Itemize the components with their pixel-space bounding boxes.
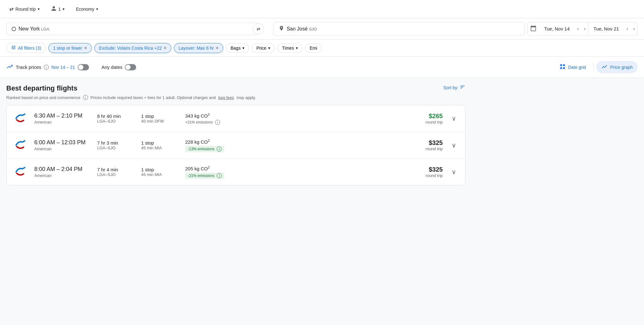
- depart-date-field[interactable]: Tue, Nov 14: [539, 23, 575, 35]
- flight-stops: 1 stop 40 min DFW: [141, 113, 179, 124]
- emissions-badge: -13% emissions i: [185, 146, 224, 152]
- airline-name: American: [34, 120, 91, 124]
- price-graph-button[interactable]: Price graph: [596, 61, 638, 73]
- emissions-info-icon[interactable]: i: [217, 173, 222, 178]
- date-grid-button[interactable]: Date grid: [554, 61, 591, 73]
- depart-prev-button[interactable]: ‹: [575, 24, 581, 34]
- flight-times: 6:30 AM – 2:10 PM American: [34, 113, 91, 124]
- emissions-badge: +31% emissions i: [185, 120, 242, 125]
- emi-filter-label: Emi: [310, 46, 317, 51]
- date-grid-label: Date grid: [568, 65, 586, 70]
- track-left: Track prices i Nov 14 – 21 Any dates: [6, 63, 548, 71]
- layover-filter-label: Layover: Max 6 hr: [179, 46, 214, 51]
- flight-price: $265 round trip: [425, 113, 443, 124]
- track-date-range: Nov 14 – 21: [51, 65, 75, 70]
- route-text: LGA–SJO: [97, 119, 135, 124]
- co2-text: 205 kg CO2: [185, 165, 242, 171]
- airline-logo: [13, 164, 28, 179]
- airline-name: American: [34, 173, 91, 178]
- depart-date-text: Tue, Nov 14: [544, 26, 569, 31]
- filters-bar: All filters (3) 1 stop or fewer × Exclud…: [0, 40, 644, 57]
- times-filter-label: Times: [282, 46, 294, 51]
- class-chevron-icon: ▾: [96, 7, 98, 11]
- times-chevron-icon: ▾: [296, 46, 298, 50]
- layover-filter-chip[interactable]: Layover: Max 6 hr ×: [174, 43, 223, 53]
- person-icon: [51, 6, 57, 12]
- route-text: LGA–SJO: [97, 146, 135, 150]
- stop-filter-label: 1 stop or fewer: [53, 46, 82, 51]
- trip-text: round trip: [425, 173, 443, 178]
- exclude-filter-label: Exclude: Volaris Costa Rica +22: [99, 46, 162, 51]
- roundtrip-button[interactable]: ⇄ Round trip ▾: [6, 4, 43, 14]
- return-prev-button[interactable]: ‹: [624, 24, 630, 34]
- emissions-badge: -21% emissions i: [185, 173, 224, 179]
- class-label: Economy: [76, 7, 94, 12]
- emissions-info-icon[interactable]: i: [215, 120, 220, 125]
- expand-button[interactable]: ∨: [449, 113, 459, 124]
- expand-button[interactable]: ∨: [449, 140, 459, 150]
- table-row[interactable]: 8:00 AM – 2:04 PM American 7 hr 4 min LG…: [7, 159, 465, 185]
- origin-field[interactable]: New YorkLGA ⇄: [6, 23, 258, 35]
- flight-co2: 205 kg CO2 -21% emissions i: [185, 165, 242, 179]
- swap-icon: ⇄: [257, 26, 260, 31]
- bags-filter-label: Bags: [230, 46, 241, 51]
- any-dates-toggle[interactable]: [125, 64, 136, 70]
- depart-next-button[interactable]: ›: [581, 24, 588, 34]
- layover-filter-close-icon[interactable]: ×: [216, 45, 219, 51]
- section-subtitle: Ranked based on price and convenience i …: [6, 95, 465, 100]
- emissions-info-icon[interactable]: i: [217, 146, 222, 151]
- co2-text: 228 kg CO2: [185, 139, 242, 145]
- stop-filter-chip[interactable]: 1 stop or fewer ×: [48, 43, 92, 53]
- co2-text: 343 kg CO2: [185, 113, 242, 118]
- price-graph-icon: [601, 63, 608, 71]
- expand-button[interactable]: ∨: [449, 167, 459, 177]
- price-filter-button[interactable]: Price ▾: [252, 43, 275, 53]
- layover-text: 40 min DFW: [141, 119, 179, 124]
- class-button[interactable]: Economy ▾: [73, 5, 101, 14]
- price-filter-label: Price: [256, 46, 266, 51]
- times-filter-button[interactable]: Times ▾: [277, 43, 303, 53]
- bag-fees-link[interactable]: bag fees: [218, 95, 234, 100]
- bags-chevron-icon: ▾: [242, 46, 244, 50]
- price-text: $325: [425, 166, 443, 173]
- subtitle-text: Ranked based on price and convenience: [6, 95, 80, 100]
- flight-time-range: 8:00 AM – 2:04 PM: [34, 166, 91, 173]
- airline-name: American: [34, 146, 91, 151]
- flight-price: $325 round trip: [425, 166, 443, 178]
- track-info-icon[interactable]: i: [44, 65, 49, 70]
- swap-button[interactable]: ⇄: [253, 23, 264, 35]
- flights-list: 6:30 AM – 2:10 PM American 8 hr 40 min L…: [6, 105, 465, 185]
- flight-times: 8:00 AM – 2:04 PM American: [34, 166, 91, 178]
- flight-times: 6:00 AM – 12:03 PM American: [34, 139, 91, 151]
- date-grid-icon: [559, 63, 566, 71]
- origin-text: New YorkLGA: [19, 26, 49, 32]
- exclude-filter-close-icon[interactable]: ×: [164, 45, 166, 51]
- passengers-button[interactable]: 1 ▾: [48, 4, 68, 14]
- origin-circle-icon: [12, 27, 16, 31]
- exclude-filter-chip[interactable]: Exclude: Volaris Costa Rica +22 ×: [94, 43, 171, 53]
- destination-field[interactable]: San JoséSJO: [273, 22, 525, 36]
- top-bar: ⇄ Round trip ▾ 1 ▾ Economy ▾: [0, 0, 644, 18]
- duration-text: 7 hr 3 min: [97, 140, 135, 146]
- sort-button[interactable]: Sort by:: [443, 84, 465, 91]
- table-row[interactable]: 6:00 AM – 12:03 PM American 7 hr 3 min L…: [7, 132, 465, 159]
- track-toggle-knob: [78, 65, 83, 70]
- subtitle-info-icon[interactable]: i: [83, 95, 88, 100]
- bags-filter-button[interactable]: Bags ▾: [226, 43, 249, 53]
- flight-co2: 228 kg CO2 -13% emissions i: [185, 139, 242, 152]
- track-prices-label: Track prices: [16, 64, 41, 70]
- table-row[interactable]: 6:30 AM – 2:10 PM American 8 hr 40 min L…: [7, 105, 465, 132]
- return-next-button[interactable]: ›: [631, 24, 637, 34]
- trend-icon: [6, 63, 13, 71]
- all-filters-button[interactable]: All filters (3): [6, 43, 46, 53]
- price-graph-label: Price graph: [610, 65, 633, 70]
- date-section: Tue, Nov 14 ‹ › Tue, Nov 21 ‹ ›: [527, 22, 638, 36]
- track-prices-toggle[interactable]: [78, 64, 89, 70]
- route-text: LGA–SJO: [97, 172, 135, 177]
- stop-filter-close-icon[interactable]: ×: [84, 45, 87, 51]
- return-date-field[interactable]: Tue, Nov 21: [588, 23, 624, 35]
- search-bar: New YorkLGA ⇄ San JoséSJO Tue, Nov 14 ‹ …: [0, 18, 644, 40]
- layover-text: 45 min MIA: [141, 172, 179, 177]
- emi-filter-button[interactable]: Emi: [305, 43, 322, 53]
- track-bar: Track prices i Nov 14 – 21 Any dates Dat…: [0, 57, 644, 78]
